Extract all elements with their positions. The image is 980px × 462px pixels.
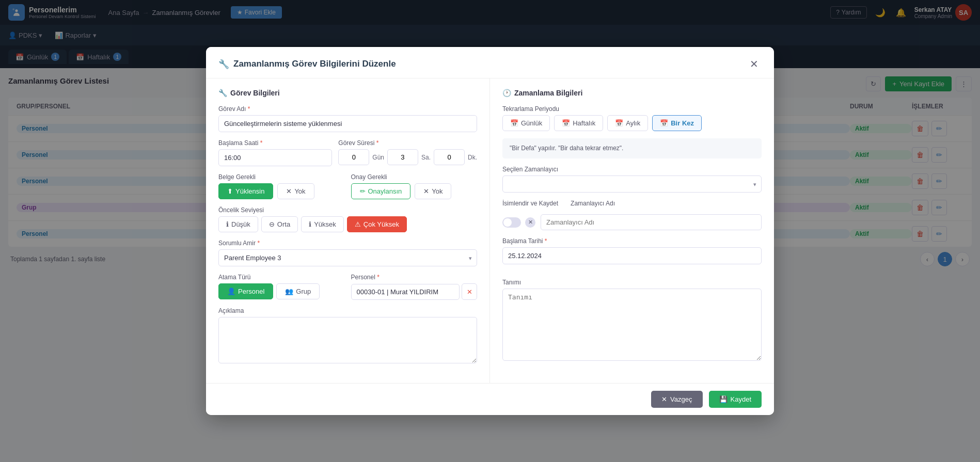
priority-dusuk-btn[interactable]: ℹ Düşük: [218, 216, 258, 232]
atama-grup-btn[interactable]: 👥 Grup: [276, 283, 320, 299]
modal-title: 🔧 Zamanlanmış Görev Bilgilerini Düzenle: [218, 59, 396, 70]
duration-row: Gün Sa. Dk.: [338, 149, 477, 165]
warning-icon: ℹ: [309, 220, 311, 228]
personnel-field: ✕: [351, 283, 478, 300]
priority-yuksek-btn[interactable]: ℹ Yüksek: [301, 216, 344, 232]
modal-close-button[interactable]: ✕: [746, 56, 762, 72]
left-section-title: 🔧 Görev Bilgileri: [218, 89, 477, 97]
modal-left-panel: 🔧 Görev Bilgileri Görev Adı * Başlama Sa…: [206, 78, 490, 383]
belge-yuklensin-btn[interactable]: ⬆ Yüklensin: [218, 183, 273, 199]
right-section-title: 🕐 Zamanlama Bilgileri: [502, 89, 762, 97]
onay-onaylansin-btn[interactable]: ✏ Onaylansın: [351, 183, 411, 199]
time-row: Başlama Saati * Görev Süresi * Gün: [218, 139, 477, 173]
aciklama-label: Açıklama: [218, 307, 477, 314]
belge-toggle-group: ⬆ Yüklensin ✕ Yok: [218, 183, 345, 199]
toggle-x-btn[interactable]: ✕: [525, 217, 535, 228]
vazgec-button[interactable]: ✕ Vazgeç: [651, 391, 702, 408]
period-buttons: 📅 Günlük 📅 Haftalık 📅 Aylık 📅: [502, 115, 762, 131]
modal-footer: ✕ Vazgeç 💾 Kaydet: [206, 383, 774, 415]
x-circle-icon: ✕: [286, 187, 292, 195]
cal-haftalik-icon: 📅: [562, 119, 570, 127]
zamanlayici-adi-label: Zamanlayıcı Adı: [571, 200, 615, 207]
gorev-adi-input[interactable]: [218, 115, 477, 132]
oncelik-group: Öncelik Seviyesi ℹ Düşük ⊖ Orta ℹ Yüksek: [218, 206, 477, 232]
onay-gerekli-label: Onay Gerekli: [351, 173, 478, 181]
dk-label: Dk.: [468, 154, 477, 161]
cal-aylik-icon: 📅: [615, 119, 623, 127]
gorev-adi-group: Görev Adı *: [218, 105, 477, 132]
gun-input[interactable]: [338, 149, 369, 165]
dk-input[interactable]: [434, 149, 465, 165]
info-box: "Bir Defa" yapılır. "Bir daha tekrar etm…: [502, 138, 762, 158]
sa-input[interactable]: [387, 149, 418, 165]
modal-overlay: 🔧 Zamanlanmış Görev Bilgilerini Düzenle …: [0, 0, 980, 462]
priority-cok-yuksek-btn[interactable]: ⚠ Çok Yüksek: [347, 216, 407, 232]
person-icon: 👤: [227, 288, 235, 295]
alert-icon: ⚠: [355, 220, 361, 228]
priority-orta-btn[interactable]: ⊖ Orta: [261, 216, 298, 232]
aciklama-group: Açıklama: [218, 307, 477, 365]
zamanlayici-adi-input[interactable]: [541, 214, 762, 230]
oncelik-label: Öncelik Seviyesi: [218, 206, 477, 214]
onay-gerekli-group: Onay Gerekli ✏ Onaylansın ✕ Yok: [351, 173, 478, 199]
baslama-saati-group: Başlama Saati *: [218, 139, 332, 166]
x-circle2-icon: ✕: [423, 187, 429, 195]
sorumlu-amir-group: Sorumlu Amir * Parent Employee 3: [218, 240, 477, 266]
atama-personel-btn[interactable]: 👤 Personel: [218, 283, 273, 299]
sorumlu-amir-select-wrapper: Parent Employee 3: [218, 249, 477, 266]
gorev-suresi-group: Görev Süresi * Gün Sa. Dk.: [338, 139, 477, 166]
priority-group: ℹ Düşük ⊖ Orta ℹ Yüksek ⚠: [218, 216, 477, 232]
personel-field-group: Personel * ✕: [351, 274, 478, 300]
onay-yok-btn[interactable]: ✕ Yok: [415, 183, 451, 199]
atama-turu-label: Atama Türü: [218, 274, 345, 281]
group-icon: 👥: [285, 288, 293, 295]
period-gunluk-btn[interactable]: 📅 Günlük: [502, 115, 550, 131]
period-bir-kez-btn[interactable]: 📅 Bir Kez: [652, 115, 702, 131]
baslama-saati-input[interactable]: [218, 149, 332, 166]
zamanlayici-select[interactable]: [502, 176, 762, 193]
save-icon: 💾: [719, 395, 728, 403]
personel-input[interactable]: [351, 284, 460, 300]
secilen-zamanlayici-label: Seçilen Zamanlayıcı: [502, 166, 762, 173]
sorumlu-amir-label: Sorumlu Amir *: [218, 240, 477, 247]
aciklama-textarea[interactable]: [218, 317, 477, 363]
gun-label: Gün: [372, 154, 384, 161]
sorumlu-amir-select[interactable]: Parent Employee 3: [218, 249, 477, 266]
secilen-zamanlayici-group: Seçilen Zamanlayıcı: [502, 166, 762, 193]
belge-yok-btn[interactable]: ✕ Yok: [277, 183, 314, 199]
required-marker: *: [248, 105, 250, 113]
tanimi-label: Tanımı: [502, 279, 762, 286]
name-save-row: İsimlendir ve Kaydet Zamanlayıcı Adı: [502, 200, 762, 207]
baslama-tarihi-group: Başlama Tarihi *: [502, 237, 762, 272]
tekrarlama-group: Tekrarlama Periyodu 📅 Günlük 📅 Haftalık …: [502, 105, 762, 131]
modal-body: 🔧 Görev Bilgileri Görev Adı * Başlama Sa…: [206, 78, 774, 383]
belge-onay-row: Belge Gerekli ⬆ Yüklensin ✕ Yok: [218, 173, 477, 206]
period-aylik-btn[interactable]: 📅 Aylık: [607, 115, 648, 131]
x-icon: ✕: [661, 395, 667, 403]
info-icon: ℹ: [226, 220, 229, 228]
gorev-adi-label: Görev Adı *: [218, 105, 477, 113]
tanimi-group: Tanımı: [502, 279, 762, 363]
personel-label: Personel *: [351, 274, 478, 281]
onay-toggle-group: ✏ Onaylansın ✕ Yok: [351, 183, 478, 199]
kaydet-button[interactable]: 💾 Kaydet: [709, 391, 762, 408]
baslama-tarihi-input[interactable]: [502, 247, 762, 264]
toggle-switch: ✕: [502, 217, 535, 228]
clear-personel-btn[interactable]: ✕: [462, 283, 477, 300]
check-icon: ✏: [360, 187, 366, 195]
info-text: "Bir Defa" yapılır. "Bir daha tekrar etm…: [510, 145, 623, 152]
upload-icon: ⬆: [227, 187, 233, 195]
period-haftalik-btn[interactable]: 📅 Haftalık: [554, 115, 603, 131]
switch-track[interactable]: [502, 217, 521, 228]
baslama-tarihi-label: Başlama Tarihi *: [502, 237, 762, 245]
switch-thumb: [503, 218, 512, 227]
zamanlayici-select-wrapper: [502, 176, 762, 193]
modal-header: 🔧 Zamanlanmış Görev Bilgilerini Düzenle …: [206, 47, 774, 78]
assignment-row: Atama Türü 👤 Personel 👥 Grup: [218, 274, 477, 307]
gorev-suresi-label: Görev Süresi *: [338, 139, 477, 147]
belge-gerekli-label: Belge Gerekli: [218, 173, 345, 181]
tanimi-textarea[interactable]: [502, 289, 762, 361]
clock-icon: 🕐: [502, 89, 511, 97]
belge-gerekli-group: Belge Gerekli ⬆ Yüklensin ✕ Yok: [218, 173, 345, 199]
modal-right-panel: 🕐 Zamanlama Bilgileri Tekrarlama Periyod…: [490, 78, 774, 383]
